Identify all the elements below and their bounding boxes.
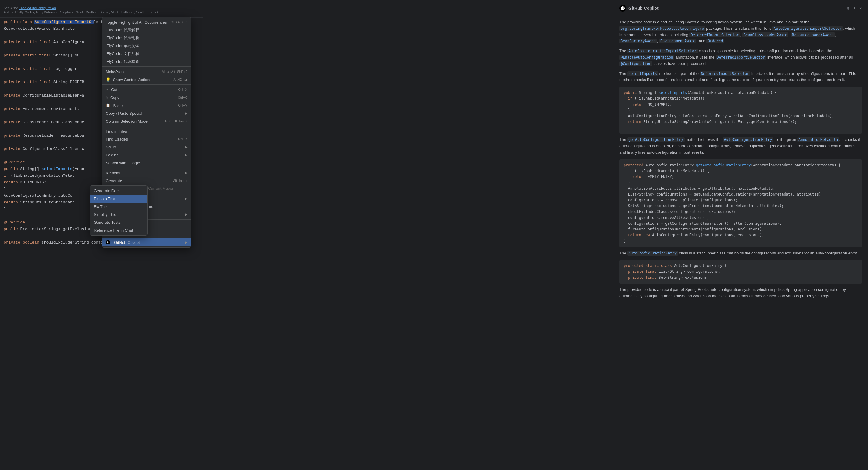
svg-point-1 bbox=[622, 8, 623, 8]
cut-icon: ✂ bbox=[106, 88, 109, 92]
menu-item-cut[interactable]: ✂ Cut Ctrl+X bbox=[102, 86, 191, 94]
svg-point-2 bbox=[623, 8, 624, 8]
menu-item-column-selection[interactable]: Column Selection Mode Alt+Shift+Insert bbox=[102, 117, 191, 125]
svg-point-0 bbox=[621, 6, 624, 10]
copilot-submenu: Generate Docs Explain This Fix This Simp… bbox=[90, 185, 148, 236]
submenu-item-reference-file[interactable]: Reference File in Chat bbox=[90, 226, 147, 234]
menu-item-ifly-more[interactable]: iFlyCode: 代码检查 bbox=[102, 58, 191, 66]
menu-item-copy-paste-special[interactable]: Copy / Paste Special ▶ bbox=[102, 109, 191, 117]
copilot-settings-icon[interactable]: ⚙ bbox=[847, 6, 849, 11]
submenu-item-explain-this[interactable]: Explain This bbox=[90, 195, 147, 202]
folding-arrow: ▶ bbox=[185, 153, 187, 157]
menu-item-generate[interactable]: Generate... Alt+Insert bbox=[102, 177, 191, 185]
author-info: Author: Phillip Webb, Andy Wilkinson, St… bbox=[4, 10, 200, 14]
menu-item-paste[interactable]: 📋 Paste Ctrl+V bbox=[102, 101, 191, 109]
menu-item-refactor[interactable]: Refactor ▶ bbox=[102, 169, 191, 177]
menu-item-ifly-doc[interactable]: iFlyCode: 文档注释 bbox=[102, 50, 191, 58]
copilot-panel: GitHub Copilot ⚙ ⬆ ✕ The provided code i… bbox=[613, 0, 868, 470]
menu-item-github-copilot[interactable]: ✦ GitHub Copilot ▶ bbox=[102, 238, 191, 246]
code-block-1: public String[] selectImports(Annotation… bbox=[619, 87, 862, 134]
code-block-2: protected AutoConfigurationEntry getAuto… bbox=[619, 159, 862, 247]
copilot-para-1: The provided code is a part of Spring Bo… bbox=[619, 19, 862, 44]
copilot-para-2: The AutoConfigurationImportSelector clas… bbox=[619, 48, 862, 67]
menu-separator bbox=[102, 237, 191, 238]
copilot-logo bbox=[619, 5, 626, 11]
menu-item-go-to[interactable]: Go To ▶ bbox=[102, 143, 191, 151]
menu-item-ifly-review[interactable]: iFlyCode: 代码剖析 bbox=[102, 34, 191, 42]
open-in-arrow: ▶ bbox=[185, 197, 187, 201]
submenu-item-generate-tests[interactable]: Generate Tests bbox=[90, 218, 147, 226]
menu-item-makejson[interactable]: MakeJson Meta+Alt+Shift+J bbox=[102, 68, 191, 75]
menu-item-show-context-actions[interactable]: 💡 Show Context Actions Alt+Enter bbox=[102, 75, 191, 84]
menu-item-ifly-test[interactable]: iFlyCode: 单元测试 bbox=[102, 42, 191, 50]
copilot-header: GitHub Copilot ⚙ ⬆ ✕ bbox=[619, 5, 862, 15]
copilot-arrow: ▶ bbox=[185, 241, 187, 244]
copilot-para-3: The selectImports method is a part of th… bbox=[619, 71, 862, 84]
copilot-para-5: The AutoConfigurationEntry class is a st… bbox=[619, 250, 862, 256]
submenu-item-generate-docs[interactable]: Generate Docs bbox=[90, 187, 147, 195]
see-also-link[interactable]: EnableAutoConfiguration bbox=[19, 6, 56, 10]
see-also-bar: See Also: EnableAutoConfiguration bbox=[4, 6, 200, 10]
menu-item-find-usages[interactable]: Find Usages Alt+F7 bbox=[102, 135, 191, 143]
menu-item-folding[interactable]: Folding ▶ bbox=[102, 151, 191, 159]
menu-item-copy[interactable]: ⎘ Copy Ctrl+C bbox=[102, 94, 191, 101]
copilot-menu-icon: ✦ bbox=[106, 240, 110, 244]
menu-separator bbox=[102, 126, 191, 126]
copilot-close-icon[interactable]: ✕ bbox=[860, 6, 862, 11]
code-block-3: protected static class AutoConfiguration… bbox=[619, 260, 862, 284]
diagrams-arrow: ▶ bbox=[185, 213, 187, 217]
submenu-item-fix-this[interactable]: Fix This bbox=[90, 202, 147, 211]
refactor-arrow: ▶ bbox=[185, 171, 187, 175]
menu-separator bbox=[102, 167, 191, 168]
copilot-title: GitHub Copilot bbox=[628, 6, 658, 11]
go-to-arrow: ▶ bbox=[185, 145, 187, 149]
copilot-share-icon[interactable]: ⬆ bbox=[853, 6, 856, 11]
paste-icon: 📋 bbox=[106, 103, 110, 107]
copilot-body: The provided code is a part of Spring Bo… bbox=[619, 19, 862, 299]
submenu-item-simplify-this[interactable]: Simplify This bbox=[90, 211, 147, 218]
copy-icon: ⎘ bbox=[106, 95, 108, 100]
context-actions-icon: 💡 bbox=[106, 77, 111, 82]
menu-item-toggle-highlight[interactable]: Toggle Highlight of All Occurrences Ctrl… bbox=[102, 18, 191, 26]
copilot-para-6: The provided code is a crucial part of S… bbox=[619, 287, 862, 300]
copilot-para-4: The getAutoConfigurationEntry method ret… bbox=[619, 137, 862, 155]
menu-item-search-with-google[interactable]: Search with Google bbox=[102, 159, 191, 167]
menu-item-find-in-files[interactable]: Find in Files bbox=[102, 127, 191, 135]
submenu-arrow: ▶ bbox=[185, 112, 187, 115]
menu-separator bbox=[102, 66, 191, 67]
menu-item-ifly-explain[interactable]: iFlyCode: 代码解释 bbox=[102, 26, 191, 34]
